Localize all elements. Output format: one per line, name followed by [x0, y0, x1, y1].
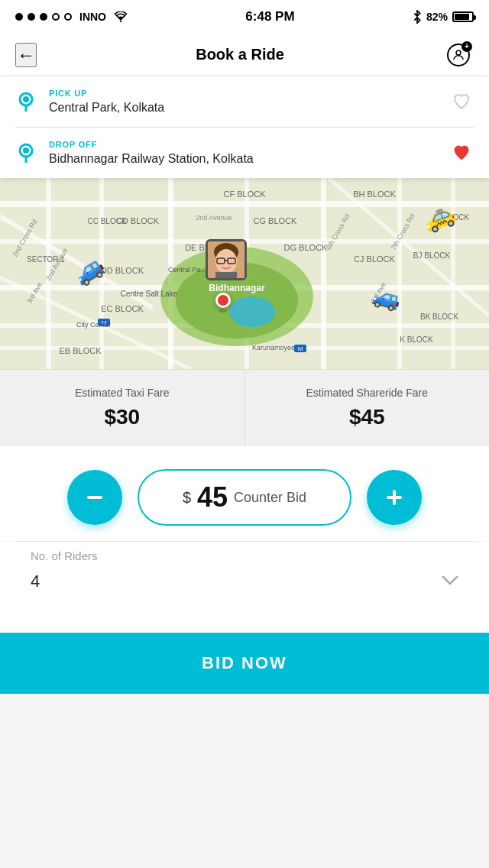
svg-rect-68	[393, 490, 396, 505]
fare-section: Estimated Taxi Fare $30 Estimated Sharer…	[0, 369, 489, 446]
heart-filled-icon	[452, 144, 471, 162]
dropoff-row[interactable]: DROP OFF Bidhannagar Railway Station, Ko…	[15, 127, 474, 178]
pickup-favorite-button[interactable]	[449, 89, 474, 114]
back-button[interactable]: ←	[15, 43, 37, 67]
svg-text:K BLOCK: K BLOCK	[400, 335, 433, 344]
spacer	[0, 617, 489, 633]
dropoff-location: Bidhannagar Railway Station, Kolkata	[49, 152, 437, 166]
dropoff-label: DROP OFF	[49, 140, 437, 149]
minus-icon	[83, 486, 106, 509]
bid-currency-symbol: $	[183, 489, 191, 507]
bid-amount-value: 45	[197, 481, 228, 513]
user-location-pin	[206, 239, 247, 280]
bluetooth-icon	[413, 10, 422, 24]
shareride-fare-box: Estimated Shareride Fare $45	[244, 370, 490, 446]
map-area: CF BLOCK BH BLOCK SECTOR 1 CD BLOCK CG B…	[0, 178, 489, 369]
svg-text:EB BLOCK: EB BLOCK	[59, 346, 102, 355]
svg-text:BJ BLOCK: BJ BLOCK	[413, 251, 451, 260]
taxi-fare-box: Estimated Taxi Fare $30	[0, 370, 244, 446]
riders-section: No. of Riders 4	[0, 542, 489, 617]
dropoff-text: DROP OFF Bidhannagar Railway Station, Ko…	[49, 140, 437, 166]
svg-text:Karunamoyee: Karunamoyee	[252, 344, 295, 351]
svg-text:CC BLOCK: CC BLOCK	[87, 217, 126, 225]
signal-dot-5	[64, 13, 72, 21]
riders-count-value: 4	[31, 572, 40, 591]
drop-pin-circle	[215, 293, 231, 308]
svg-point-3	[23, 96, 29, 102]
counter-bid-display[interactable]: $ 45 Counter Bid	[138, 469, 351, 526]
svg-text:City Center: City Center	[76, 321, 111, 329]
decrease-bid-button[interactable]	[67, 470, 122, 525]
svg-text:Central Pa...: Central Pa...	[168, 266, 206, 274]
taxi-fare-amount: $30	[8, 405, 237, 429]
svg-text:Centre Salt Lake: Centre Salt Lake	[121, 290, 178, 298]
page-title: Book a Ride	[196, 46, 284, 63]
bid-type-label: Counter Bid	[234, 490, 306, 506]
svg-text:M: M	[298, 345, 303, 352]
svg-rect-66	[87, 496, 102, 499]
status-right: 82%	[413, 10, 474, 24]
bid-now-button[interactable]: BID NOW	[0, 633, 489, 694]
status-left: INNO	[15, 11, 128, 23]
signal-dot-3	[40, 13, 47, 21]
heart-empty-icon	[452, 92, 471, 111]
svg-point-0	[120, 21, 121, 22]
battery-icon	[452, 11, 474, 22]
shareride-fare-amount: $45	[253, 405, 482, 429]
drop-pin-shadow	[219, 309, 228, 313]
riders-row[interactable]: 4	[31, 568, 458, 594]
signal-dot-4	[52, 13, 60, 21]
wifi-icon	[114, 11, 128, 22]
svg-point-1	[456, 50, 461, 55]
user-avatar	[206, 239, 247, 280]
svg-text:2nd Avenue: 2nd Avenue	[196, 214, 232, 222]
pickup-label: PICK UP	[49, 89, 437, 98]
svg-text:Bidhannagar: Bidhannagar	[209, 283, 265, 293]
location-card: PICK UP Central Park, Kolkata DROP OFF B…	[0, 76, 489, 178]
svg-text:EC BLOCK: EC BLOCK	[101, 304, 144, 313]
pickup-pin-icon	[15, 91, 37, 112]
add-person-button[interactable]: +	[443, 40, 474, 70]
shareride-fare-label: Estimated Shareride Fare	[253, 387, 482, 399]
increase-bid-button[interactable]	[367, 470, 422, 525]
dropoff-favorite-button[interactable]	[449, 141, 474, 165]
add-icon: +	[461, 41, 472, 52]
app-header: ← Book a Ride +	[0, 34, 489, 76]
plus-icon	[383, 486, 406, 509]
riders-label: No. of Riders	[31, 549, 458, 562]
signal-dot-2	[28, 13, 35, 21]
svg-text:BK BLOCK: BK BLOCK	[420, 313, 458, 321]
svg-rect-65	[215, 272, 237, 278]
svg-text:BH BLOCK: BH BLOCK	[353, 189, 396, 199]
svg-text:CG BLOCK: CG BLOCK	[254, 216, 298, 225]
carrier-label: INNO	[79, 11, 106, 23]
drop-pin-marker	[215, 293, 231, 313]
pickup-location: Central Park, Kolkata	[49, 101, 437, 115]
svg-text:DG BLOCK: DG BLOCK	[284, 243, 329, 252]
battery-percent: 82%	[426, 11, 448, 23]
taxi-fare-label: Estimated Taxi Fare	[8, 387, 237, 399]
svg-rect-18	[321, 178, 326, 369]
pickup-text: PICK UP Central Park, Kolkata	[49, 89, 437, 115]
dropoff-pin-icon	[15, 142, 37, 164]
pickup-row[interactable]: PICK UP Central Park, Kolkata	[15, 76, 474, 127]
svg-text:CF BLOCK: CF BLOCK	[223, 189, 266, 199]
status-bar: INNO 6:48 PM 82%	[0, 0, 489, 34]
svg-text:CJ BLOCK: CJ BLOCK	[354, 254, 395, 264]
status-time: 6:48 PM	[245, 9, 294, 24]
svg-point-26	[229, 296, 275, 327]
riders-chevron-icon[interactable]	[442, 574, 458, 590]
bid-section: $ 45 Counter Bid	[0, 446, 489, 541]
svg-point-6	[23, 147, 29, 154]
signal-dot-1	[15, 13, 23, 21]
svg-point-61	[215, 249, 237, 274]
